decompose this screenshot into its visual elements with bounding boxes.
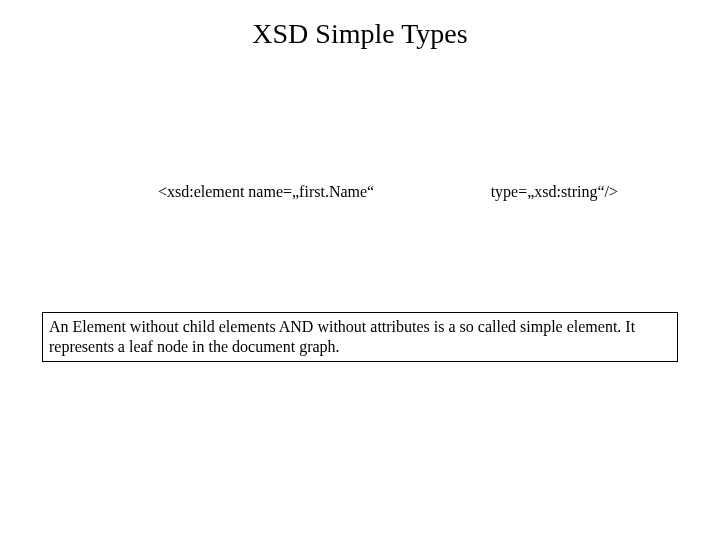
code-example-row: <xsd:element name=„first.Name“ type=„xsd… — [158, 183, 618, 201]
slide-title: XSD Simple Types — [0, 18, 720, 50]
description-box: An Element without child elements AND wi… — [42, 312, 678, 362]
code-fragment-left: <xsd:element name=„first.Name“ — [158, 183, 374, 201]
code-fragment-right: type=„xsd:string“/> — [491, 183, 618, 201]
description-text: An Element without child elements AND wi… — [49, 318, 635, 355]
